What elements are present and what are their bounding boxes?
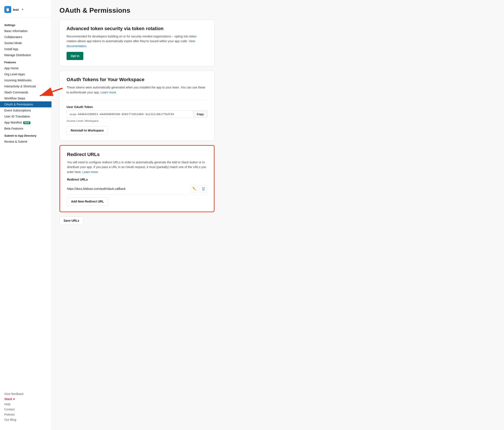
sidebar-item-app-home[interactable]: App Home [0, 65, 52, 71]
sidebar-item-beta-features[interactable]: Beta Features [0, 125, 52, 132]
reinstall-button[interactable]: Reinstall to Workspace [67, 126, 108, 134]
access-level: Access Level: Workspace [67, 119, 207, 123]
sidebar-item-manage-distribution[interactable]: Manage Distribution [0, 52, 52, 58]
opt-in-button[interactable]: Opt In [67, 52, 83, 60]
sidebar-item-install-app[interactable]: Install App [0, 46, 52, 52]
footer-link-our-blog[interactable]: Our Blog [4, 417, 47, 422]
sidebar-item-incoming-webhooks[interactable]: Incoming Webhooks [0, 77, 52, 83]
add-redirect-url-button[interactable]: Add New Redirect URL [67, 197, 108, 206]
redirect-urls-section-label: Redirect URLs [67, 178, 207, 181]
page-title: OAuth & Permissions [59, 7, 496, 14]
sidebar-item-user-id-translation[interactable]: User ID Translation [0, 114, 52, 119]
app-icon: 📋 [4, 6, 11, 13]
redirect-urls-title: Redirect URLs [67, 152, 207, 157]
redirect-learn-more-link[interactable]: Learn more. [82, 170, 99, 174]
redirect-urls-list: https://docs.bitdoze.com/auth/slack.call… [67, 183, 207, 195]
sidebar-footer: Give feedback Slack ♥ HelpContactPolicie… [0, 388, 52, 426]
app-name: test [13, 8, 19, 11]
divider-1 [67, 100, 207, 100]
token-row: xoxp-444642289953-444504895568-658177165… [67, 110, 207, 118]
slack-brand-link[interactable]: Slack ♥ [4, 396, 47, 402]
settings-nav: Basic InformationCollaboratorsSocket Mod… [0, 28, 52, 58]
features-nav: App HomeOrg Level AppsIncoming WebhooksI… [0, 65, 52, 132]
user-oauth-token-label: User OAuth Token [67, 105, 207, 109]
footer-link-help[interactable]: Help [4, 402, 47, 407]
learn-more-link[interactable]: Learn more. [101, 91, 117, 94]
sidebar-item-org-level-apps[interactable]: Org Level Apps [0, 71, 52, 77]
redirect-urls-description: You will need to configure redirect URLs… [67, 160, 207, 174]
edit-redirect-url-button[interactable]: ✏️ [191, 185, 198, 193]
copy-token-button[interactable]: Copy [193, 110, 208, 118]
main-content: OAuth & Permissions Advanced token secur… [52, 0, 504, 430]
submit-nav: Review & Submit [0, 139, 52, 145]
app-selector[interactable]: 📋 test ▼ [0, 4, 52, 18]
sidebar-item-interactivity-shortcuts[interactable]: Interactivity & Shortcuts [0, 83, 52, 89]
sidebar-item-oauth-permissions[interactable]: OAuth & Permissions [0, 101, 52, 107]
sidebar-item-review-submit[interactable]: Review & Submit [0, 139, 52, 145]
footer-link-policies[interactable]: Policies [4, 412, 47, 417]
settings-section-label: Settings [0, 21, 52, 28]
submit-section-label: Submit to App Directory [0, 132, 52, 139]
redirect-url-row: https://docs.bitdoze.com/auth/slack.call… [67, 183, 207, 195]
oauth-tokens-title: OAuth Tokens for Your Workspace [67, 77, 207, 82]
delete-redirect-url-button[interactable]: 🗑️ [200, 185, 207, 193]
redirect-urls-card: Redirect URLs You will need to configure… [59, 145, 215, 212]
oauth-tokens-description: These tokens were automatically generate… [67, 85, 207, 95]
features-section-label: Features [0, 58, 52, 65]
sidebar-item-workflow-steps[interactable]: Workflow Steps [0, 95, 52, 101]
token-security-card: Advanced token security via token rotati… [59, 20, 215, 66]
footer-link-contact[interactable]: Contact [4, 407, 47, 412]
sidebar-item-socket-mode[interactable]: Socket Mode [0, 40, 52, 46]
sidebar-item-event-subscriptions[interactable]: Event Subscriptions [0, 107, 52, 114]
sidebar: 📋 test ▼ Settings Basic InformationColla… [0, 0, 52, 430]
sidebar-item-collaborators[interactable]: Collaborators [0, 34, 52, 40]
footer-links: HelpContactPoliciesOur Blog [4, 402, 47, 422]
oauth-tokens-card: OAuth Tokens for Your Workspace These to… [59, 70, 215, 141]
token-value: xoxp-444642289953-444504895568-658177165… [67, 110, 193, 118]
app-selector-arrow: ▼ [21, 8, 24, 11]
token-security-description: Recommended for developers building on o… [67, 34, 207, 48]
sidebar-item-basic-information[interactable]: Basic Information [0, 28, 52, 34]
redirect-url-text: https://docs.bitdoze.com/auth/slack.call… [67, 187, 189, 191]
give-feedback-link[interactable]: Give feedback [4, 391, 47, 396]
sidebar-item-slash-commands[interactable]: Slash Commands [0, 89, 52, 95]
save-urls-button[interactable]: Save URLs [59, 217, 83, 225]
sidebar-item-app-manifest[interactable]: App ManifestNEW [0, 119, 52, 125]
token-security-title: Advanced token security via token rotati… [67, 26, 207, 31]
